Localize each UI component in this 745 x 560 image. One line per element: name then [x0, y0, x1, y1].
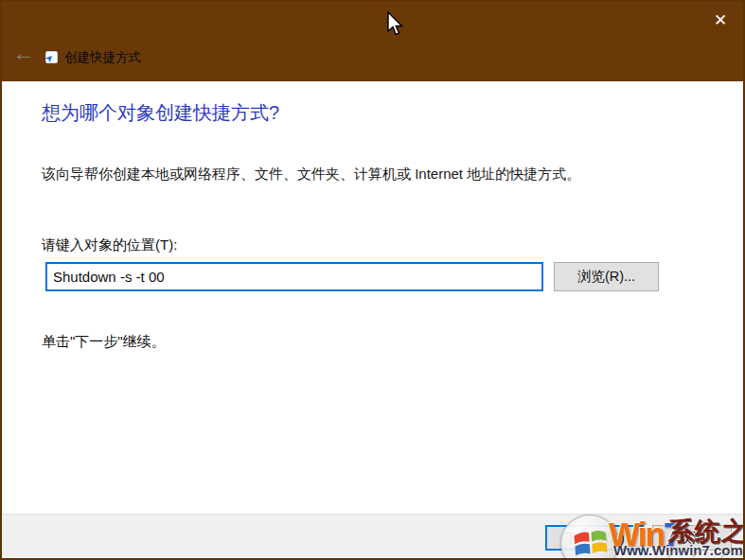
wizard-content: 想为哪个对象创建快捷方式? 该向导帮你创建本地或网络程序、文件、文件夹、计算机或… — [2, 81, 743, 514]
back-icon[interactable]: ← — [9, 41, 38, 67]
page-title: 想为哪个对象创建快捷方式? — [42, 100, 279, 126]
wizard-description: 该向导帮你创建本地或网络程序、文件、文件夹、计算机或 Internet 地址的快… — [42, 166, 580, 184]
close-icon[interactable]: ✕ — [709, 9, 732, 32]
footer-bar: 下一步(N) 取消 — [2, 514, 743, 560]
titlebar: ✕ ← ➤ 创建快捷方式 — [2, 2, 743, 81]
shortcut-file-icon: ➤ — [45, 51, 58, 63]
next-button[interactable]: 下一步(N) — [545, 525, 644, 551]
location-input[interactable] — [45, 262, 543, 291]
window-title: 创建快捷方式 — [64, 49, 141, 66]
next-hint-text: 单击"下一步"继续。 — [42, 333, 166, 351]
create-shortcut-wizard-window: ✕ ← ➤ 创建快捷方式 想为哪个对象创建快捷方式? 该向导帮你创建本地或网络程… — [0, 0, 745, 560]
location-label: 请键入对象的位置(T): — [42, 236, 177, 254]
cancel-button[interactable]: 取消 — [652, 525, 732, 551]
browse-button[interactable]: 浏览(R)... — [554, 262, 659, 291]
